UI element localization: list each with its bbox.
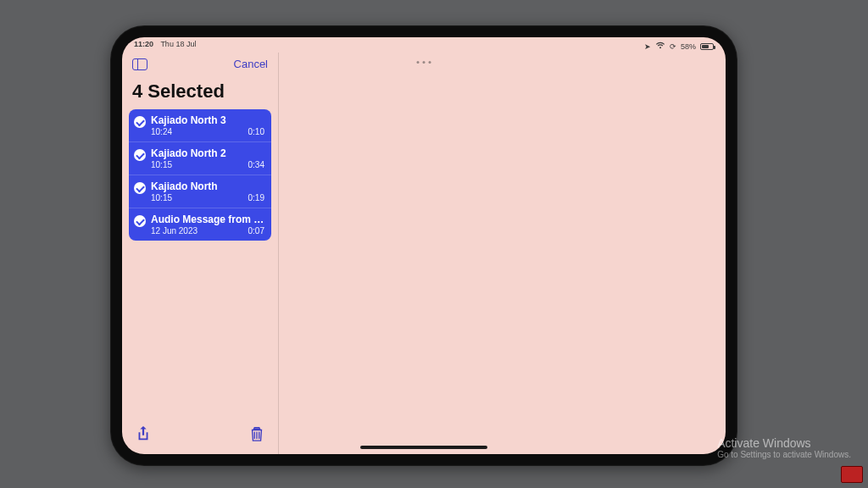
recording-title: Kajiado North 2 xyxy=(151,147,264,159)
recording-list: Kajiado North 3 10:24 0:10 Kajiado North… xyxy=(122,109,278,241)
windows-activation-watermark: Activate Windows Go to Settings to activ… xyxy=(717,436,851,459)
sidebar-toolbar: Cancel xyxy=(122,53,278,74)
cancel-button[interactable]: Cancel xyxy=(234,58,268,70)
sidebar-toggle-icon[interactable] xyxy=(132,58,147,70)
recording-duration: 0:19 xyxy=(248,193,264,202)
recording-duration: 0:10 xyxy=(248,127,264,136)
delete-button[interactable] xyxy=(249,425,264,442)
recording-row[interactable]: Kajiado North 2 10:15 0:34 xyxy=(129,142,271,175)
share-button[interactable] xyxy=(136,425,151,442)
recording-time: 12 Jun 2023 xyxy=(151,226,198,236)
battery-percent: 58% xyxy=(681,42,696,51)
sidebar-bottom-toolbar xyxy=(122,417,278,454)
recording-duration: 0:07 xyxy=(248,226,264,236)
checkmark-icon[interactable] xyxy=(134,116,146,128)
checkmark-icon[interactable] xyxy=(134,182,146,194)
ipad-device-frame: 11:20 Thu 18 Jul ➤ ⟳ 58% Cancel 4 Select… xyxy=(110,25,737,466)
recordings-sidebar: Cancel 4 Selected Kajiado North 3 10:24 … xyxy=(122,53,279,454)
recording-title: Kajiado North 3 xyxy=(151,114,264,126)
rotation-lock-icon: ⟳ xyxy=(670,42,676,51)
recording-row[interactable]: Kajiado North 3 10:24 0:10 xyxy=(129,109,271,142)
multitask-dots-icon[interactable] xyxy=(417,61,431,64)
home-indicator[interactable] xyxy=(360,446,487,449)
page-title: 4 Selected xyxy=(122,74,278,109)
status-date: Thu 18 Jul xyxy=(160,40,196,48)
watermark-line2: Go to Settings to activate Windows. xyxy=(717,450,851,459)
watermark-line1: Activate Windows xyxy=(717,436,851,450)
checkmark-icon[interactable] xyxy=(134,215,146,227)
recording-title: Audio Message from Boss xyxy=(151,214,264,225)
recording-duration: 0:34 xyxy=(248,160,264,169)
location-icon: ➤ xyxy=(644,42,651,51)
channel-logo xyxy=(841,466,863,483)
recording-title: Kajiado North xyxy=(151,180,264,192)
ipad-screen: 11:20 Thu 18 Jul ➤ ⟳ 58% Cancel 4 Select… xyxy=(122,37,726,454)
battery-icon xyxy=(700,43,714,50)
wifi-icon xyxy=(655,42,665,51)
status-time: 11:20 xyxy=(134,40,153,48)
recording-time: 10:15 xyxy=(151,193,172,202)
recording-row[interactable]: Audio Message from Boss 12 Jun 2023 0:07 xyxy=(129,208,271,241)
recording-row[interactable]: Kajiado North 10:15 0:19 xyxy=(129,175,271,208)
recording-time: 10:15 xyxy=(151,160,172,169)
status-bar: 11:20 Thu 18 Jul ➤ ⟳ 58% xyxy=(122,37,726,53)
recording-time: 10:24 xyxy=(151,127,172,136)
checkmark-icon[interactable] xyxy=(134,149,146,161)
